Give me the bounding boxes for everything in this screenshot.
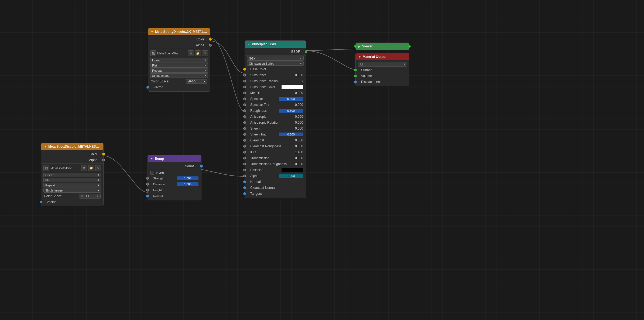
close-btn-bottom[interactable]: ✕ (95, 165, 101, 171)
socket-normal-out-bump[interactable] (200, 165, 203, 168)
socket-bsdf-out[interactable] (305, 50, 307, 53)
node-metalness-bottom[interactable]: ▼ MetalSpottDiscolo..METALNESS.jpg.001 C… (41, 143, 104, 206)
img-icon-bottom[interactable]: 🖼 (43, 165, 49, 171)
socket-roughness[interactable] (243, 109, 246, 112)
colorspace-dropdown-top[interactable]: sRGB ▾ (186, 79, 207, 84)
socket-viewer-in[interactable] (354, 45, 357, 48)
socket-strength[interactable] (146, 177, 149, 180)
interpolation-row-bottom[interactable]: Linear ▾ (43, 173, 101, 177)
socket-vector-top[interactable] (146, 86, 149, 89)
bar-strength[interactable]: 1.000 (177, 176, 198, 180)
bar-distance[interactable]: 1.000 (177, 182, 198, 186)
copy-btn-top[interactable]: ⧉ (188, 50, 194, 56)
socket-normal-principled[interactable] (243, 180, 246, 183)
node-metalness-top[interactable]: ▼ MetalSpottyDiscolo..3K_METALNESS.jpg C… (148, 28, 210, 92)
field-strength[interactable]: Strength 1.000 (148, 175, 201, 181)
projection-row-top[interactable]: Flat ▾ (150, 63, 208, 68)
bar-specular[interactable]: 0.500 (279, 97, 303, 101)
socket-viewer-out[interactable] (408, 45, 411, 48)
projection-row-bottom[interactable]: Flat ▾ (43, 178, 101, 182)
extension-dropdown-bottom[interactable]: Repeat ▾ (43, 183, 101, 187)
socket-specular[interactable] (243, 98, 246, 100)
swatch-subsurface-color[interactable] (282, 85, 303, 89)
projection-dropdown-bottom[interactable]: Flat ▾ (43, 178, 101, 182)
socket-vector-bottom[interactable] (40, 201, 42, 203)
node-viewer[interactable]: ▶ Viewer (355, 43, 409, 50)
interpolation-row-top[interactable]: Linear ▾ (150, 58, 208, 62)
distribution-dropdown[interactable]: GGX ▾ (247, 56, 304, 61)
socket-metallic[interactable] (243, 92, 246, 94)
socket-clearcoat-normal[interactable] (243, 186, 246, 189)
subsurface-method-dropdown[interactable]: Christensen-Burley ▾ (247, 61, 304, 66)
socket-ior[interactable] (243, 151, 246, 154)
source-dropdown-bottom[interactable]: Single Image ▾ (43, 188, 101, 193)
all-dropdown-row[interactable]: All ▾ (358, 62, 407, 67)
interpolation-dropdown-bottom[interactable]: Linear ▾ (43, 173, 101, 177)
collapse-arrow-principled[interactable]: ▼ (248, 43, 250, 46)
socket-transmission-roughness[interactable] (243, 163, 246, 165)
socket-sheen[interactable] (243, 127, 246, 130)
socket-displacement[interactable] (354, 81, 357, 83)
extension-row-top[interactable]: Repeat ▾ (150, 68, 208, 73)
socket-subsurface-color[interactable] (243, 86, 246, 88)
socket-subsurface[interactable] (243, 74, 246, 76)
socket-specular-tint[interactable] (243, 103, 246, 106)
socket-normal-in-bump[interactable] (146, 195, 149, 197)
collapse-arrow-top[interactable]: ▼ (151, 30, 153, 33)
bar-alpha[interactable]: 1.000 (279, 174, 303, 178)
all-dropdown[interactable]: All ▾ (358, 62, 407, 67)
socket-clearcoat-roughness[interactable] (243, 145, 246, 148)
socket-base-color[interactable] (243, 68, 246, 71)
interpolation-dropdown-top[interactable]: Linear ▾ (150, 58, 208, 62)
copy-btn-bottom[interactable]: ⧉ (81, 165, 87, 171)
socket-distance[interactable] (146, 183, 149, 186)
field-roughness[interactable]: Roughness 0.500 (245, 108, 306, 114)
colorspace-dropdown-bottom[interactable]: sRGB ▾ (79, 194, 101, 199)
bar-roughness[interactable]: 0.500 (279, 109, 303, 113)
socket-emission[interactable] (243, 169, 246, 171)
collapse-arrow-bottom[interactable]: ▼ (44, 145, 47, 148)
node-bump[interactable]: ▼ Bump Normal Invert Strength 1.000 Dist… (148, 155, 201, 200)
distribution-row[interactable]: GGX ▾ (247, 56, 304, 61)
extension-dropdown-top[interactable]: Repeat ▾ (150, 68, 208, 73)
source-dropdown-top[interactable]: Single Image ▾ (150, 73, 208, 78)
socket-volume[interactable] (354, 75, 357, 77)
field-specular[interactable]: Specular 0.500 (245, 96, 306, 102)
close-btn-top[interactable]: ✕ (202, 50, 208, 56)
socket-color-out-top[interactable] (209, 38, 212, 41)
folder-btn-bottom[interactable]: 📁 (88, 165, 94, 171)
field-distance[interactable]: Distance 1.000 (148, 181, 201, 187)
socket-alpha-principled[interactable] (243, 175, 246, 177)
collapse-arrow-material-output[interactable]: ▼ (358, 55, 361, 58)
socket-alpha-out-bottom[interactable] (102, 159, 105, 161)
collapse-arrow-viewer[interactable]: ▶ (358, 45, 361, 48)
socket-height[interactable] (146, 189, 149, 192)
source-row-top[interactable]: Single Image ▾ (150, 73, 208, 78)
socket-sheen-tint[interactable] (243, 133, 246, 136)
projection-dropdown-top[interactable]: Flat ▾ (150, 63, 208, 68)
field-sheen-tint[interactable]: Sheen Tint 0.500 (245, 131, 306, 137)
img-toolbar-top: 🖼 MetalSpottyDisc... ⧉ 📁 ✕ (148, 50, 210, 57)
node-principled-bsdf[interactable]: ▼ Principled BSDF BSDF GGX ▾ Christensen… (245, 40, 306, 198)
socket-tangent[interactable] (243, 192, 246, 195)
socket-subsurface-radius[interactable] (243, 80, 246, 82)
socket-transmission[interactable] (243, 157, 246, 159)
field-alpha[interactable]: Alpha 1.000 (245, 173, 306, 179)
socket-anisotropic[interactable] (243, 115, 246, 118)
socket-surface[interactable] (354, 69, 357, 71)
collapse-arrow-bump[interactable]: ▼ (150, 157, 153, 160)
socket-alpha-out-top[interactable] (209, 44, 212, 47)
subsurface-method-row[interactable]: Christensen-Burley ▾ (247, 61, 304, 66)
folder-btn-top[interactable]: 📁 (195, 50, 201, 56)
bar-sheen-tint[interactable]: 0.500 (279, 133, 303, 136)
extension-row-bottom[interactable]: Repeat ▾ (43, 183, 101, 187)
invert-row[interactable]: Invert (148, 171, 201, 175)
socket-anisotropic-rotation[interactable] (243, 121, 246, 124)
img-icon-top[interactable]: 🖼 (150, 50, 156, 56)
swatch-emission[interactable] (282, 168, 303, 172)
socket-color-out-bottom[interactable] (102, 153, 105, 155)
source-row-bottom[interactable]: Single Image ▾ (43, 188, 101, 193)
invert-checkbox[interactable] (150, 171, 154, 175)
socket-clearcoat[interactable] (243, 139, 246, 142)
node-material-output[interactable]: ▼ Material Output All ▾ Surface Volume D… (355, 53, 409, 86)
